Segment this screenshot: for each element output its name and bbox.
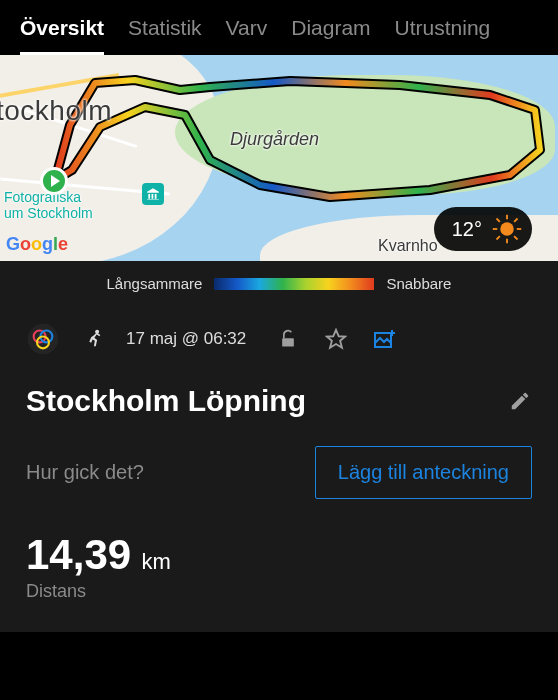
museum-marker-icon[interactable] bbox=[142, 183, 164, 205]
legend-slower-label: Långsammare bbox=[107, 275, 203, 292]
note-prompt-row: Hur gick det? Lägg till anteckning bbox=[26, 446, 532, 499]
distance-label: Distans bbox=[26, 581, 532, 602]
tab-laps[interactable]: Varv bbox=[226, 16, 268, 55]
svg-rect-14 bbox=[282, 338, 294, 346]
tab-overview[interactable]: Översikt bbox=[20, 16, 104, 55]
activity-details: 17 maj @ 06:32 bbox=[0, 302, 558, 632]
tab-diagram[interactable]: Diagram bbox=[291, 16, 370, 55]
legend-faster-label: Snabbare bbox=[386, 275, 451, 292]
svg-line-7 bbox=[497, 236, 500, 239]
connect-badge-icon[interactable] bbox=[26, 322, 60, 356]
distance-unit: km bbox=[142, 549, 171, 574]
add-note-button[interactable]: Lägg till anteckning bbox=[315, 446, 532, 499]
edit-pencil-icon[interactable] bbox=[508, 389, 532, 413]
svg-point-9 bbox=[28, 324, 59, 355]
start-marker-icon[interactable] bbox=[40, 167, 68, 195]
tab-statistics[interactable]: Statistik bbox=[128, 16, 202, 55]
activity-date: 17 maj @ 06:32 bbox=[126, 329, 246, 349]
favorite-star-icon[interactable] bbox=[324, 327, 348, 351]
meta-actions bbox=[276, 327, 396, 351]
privacy-lock-icon[interactable] bbox=[276, 327, 300, 351]
svg-line-6 bbox=[514, 236, 517, 239]
pace-gradient-icon bbox=[214, 278, 374, 290]
route-map[interactable]: tockholm Djurgården Kvarnho Fotografiska… bbox=[0, 55, 558, 261]
poi-text: Fotografiska bbox=[4, 189, 81, 205]
activity-meta-row: 17 maj @ 06:32 bbox=[26, 322, 532, 356]
google-logo: Google bbox=[6, 234, 68, 255]
running-icon bbox=[82, 328, 104, 350]
weather-badge[interactable]: 12° bbox=[434, 207, 532, 251]
svg-line-8 bbox=[514, 219, 517, 222]
svg-point-0 bbox=[500, 222, 514, 236]
distance-value: 14,39 bbox=[26, 531, 131, 579]
svg-line-5 bbox=[497, 219, 500, 222]
svg-marker-15 bbox=[327, 330, 345, 348]
map-park-label: Djurgården bbox=[230, 129, 319, 150]
add-photo-icon[interactable] bbox=[372, 327, 396, 351]
pace-legend: Långsammare Snabbare bbox=[0, 261, 558, 302]
map-city-label: tockholm bbox=[0, 95, 112, 127]
map-land bbox=[0, 55, 220, 261]
distance-stat: 14,39 km Distans bbox=[26, 531, 532, 602]
sun-icon bbox=[492, 214, 522, 244]
tab-bar: Översikt Statistik Varv Diagram Utrustni… bbox=[0, 0, 558, 55]
tab-gear[interactable]: Utrustning bbox=[395, 16, 491, 55]
poi-text: um Stockholm bbox=[4, 205, 93, 221]
weather-temp: 12° bbox=[452, 218, 482, 241]
activity-title: Stockholm Löpning bbox=[26, 384, 306, 418]
map-town-label: Kvarnho bbox=[378, 237, 438, 255]
title-row: Stockholm Löpning bbox=[26, 384, 532, 418]
note-prompt: Hur gick det? bbox=[26, 461, 144, 484]
